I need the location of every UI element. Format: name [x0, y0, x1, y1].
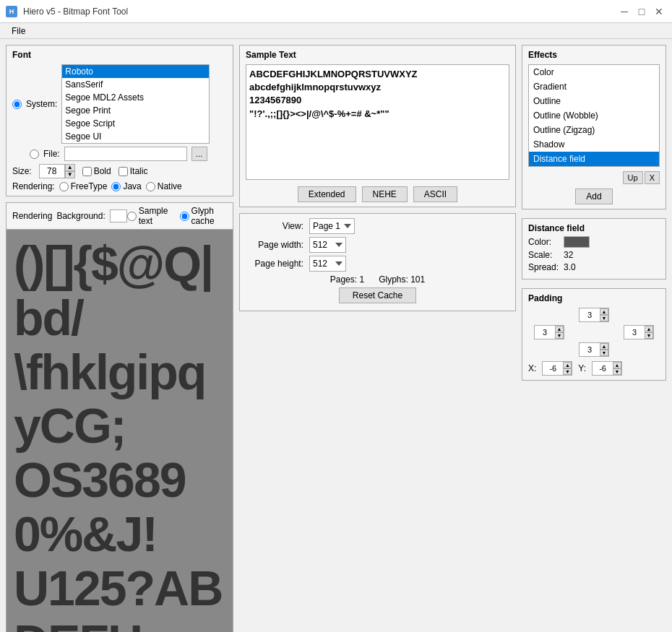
freetype-radio-label[interactable]: FreeType [59, 181, 108, 191]
nehe-button[interactable]: NEHE [362, 186, 408, 202]
effect-item-outline[interactable]: Outline [529, 94, 659, 108]
freetype-radio[interactable] [59, 182, 69, 191]
extended-button[interactable]: Extended [298, 186, 356, 202]
ascii-button[interactable]: ASCII [413, 186, 457, 202]
font-section: Font System: Roboto SansSerif Segoe MDL2… [6, 45, 233, 196]
padding-right-down[interactable]: ▼ [645, 332, 653, 339]
padding-left-up[interactable]: ▲ [555, 326, 564, 332]
font-list-item[interactable]: Segoe Script [62, 117, 209, 130]
page-height-select[interactable]: 512 256 1024 [309, 256, 346, 272]
padding-section: Padding ▲ ▼ ▲ [522, 288, 666, 381]
padding-left-down[interactable]: ▼ [555, 332, 564, 339]
minimize-button[interactable]: ─ [617, 4, 632, 19]
effect-item-gradient[interactable]: Gradient [529, 79, 659, 94]
font-list-item[interactable]: Segoe Print [62, 104, 209, 117]
padding-left-spinner: ▲ ▼ [534, 325, 564, 339]
close-button[interactable]: ✕ [652, 4, 666, 19]
size-down-button[interactable]: ▼ [65, 171, 75, 178]
background-label: Background: [56, 211, 105, 221]
x-input[interactable] [543, 362, 563, 375]
sample-text-radio-label[interactable]: Sample text [127, 206, 173, 226]
page-width-select[interactable]: 512 256 1024 [309, 237, 346, 253]
font-list-item[interactable]: Roboto [62, 65, 209, 78]
effect-item-outline-zigzag[interactable]: Outline (Zigzag) [529, 123, 659, 137]
italic-checkbox[interactable] [119, 167, 128, 176]
x-down[interactable]: ▼ [563, 368, 572, 375]
page-height-label: Page height: [246, 259, 303, 269]
effect-up-button[interactable]: Up [623, 171, 643, 184]
glyph-cache-radio-label[interactable]: Glyph cache [180, 206, 227, 226]
bold-checkbox-label[interactable]: Bold [82, 166, 111, 176]
effect-item-shadow[interactable]: Shadow [529, 137, 659, 152]
sample-text-radio[interactable] [127, 212, 137, 221]
font-list[interactable]: Roboto SansSerif Segoe MDL2 Assets Segoe… [61, 64, 210, 144]
padding-top-down[interactable]: ▼ [600, 315, 608, 321]
italic-checkbox-label[interactable]: Italic [119, 166, 148, 176]
sample-text-area[interactable]: ABCDEFGHIJKLMNOPQRSTUVWXYZ abcdefghijklm… [246, 64, 509, 180]
x-label: X: [528, 363, 536, 373]
file-label[interactable]: File: [43, 149, 60, 159]
browse-button[interactable]: ... [191, 147, 207, 161]
padding-top-up[interactable]: ▲ [600, 308, 608, 315]
native-radio[interactable] [146, 182, 155, 191]
x-up[interactable]: ▲ [563, 362, 572, 368]
padding-right-up[interactable]: ▲ [645, 326, 653, 332]
file-radio[interactable] [30, 150, 39, 159]
size-spinner: 78 ▲ ▼ [39, 164, 75, 178]
font-list-item[interactable]: SansSerif [62, 78, 209, 91]
view-select[interactable]: Page 1 [309, 218, 355, 234]
font-section-title: Font [12, 50, 227, 60]
padding-bottom-down[interactable]: ▼ [600, 350, 608, 356]
y-input[interactable] [593, 362, 613, 375]
sample-text-title: Sample Text [246, 50, 509, 60]
effects-section: Effects Color Gradient Outline Outline (… [522, 45, 666, 209]
effect-remove-button[interactable]: X [645, 171, 660, 184]
padding-bottom-spinner: ▲ ▼ [579, 342, 609, 357]
effects-title: Effects [528, 50, 660, 60]
y-up[interactable]: ▲ [613, 362, 621, 368]
y-down[interactable]: ▼ [613, 368, 621, 375]
scale-value: 32 [564, 250, 573, 260]
middle-panel: Sample Text ABCDEFGHIJKLMNOPQRSTUVWXYZ a… [239, 45, 516, 626]
glyph-cache-radio[interactable] [180, 212, 189, 221]
font-list-item[interactable]: Segoe MDL2 Assets [62, 91, 209, 104]
pages-label: Pages: 1 [330, 274, 364, 285]
rendering-header: Rendering Background: Sample text Glyph … [7, 203, 233, 230]
system-label[interactable]: System: [26, 99, 57, 109]
menu-bar: File [0, 23, 672, 39]
font-list-item[interactable]: Segoe UI [62, 130, 209, 143]
padding-left-input[interactable] [535, 326, 555, 339]
size-input[interactable]: 78 [39, 164, 65, 178]
reset-cache-button[interactable]: Reset Cache [339, 287, 416, 303]
padding-right-input[interactable] [624, 326, 645, 339]
padding-top-input[interactable] [580, 308, 600, 321]
padding-bottom-input[interactable] [580, 343, 600, 356]
padding-bottom-up[interactable]: ▲ [600, 343, 608, 350]
background-color-swatch[interactable] [110, 209, 127, 222]
italic-label: Italic [130, 166, 148, 176]
effects-list: Color Gradient Outline Outline (Wobble) … [528, 64, 660, 167]
size-up-button[interactable]: ▲ [65, 164, 75, 171]
color-prop-label: Color: [528, 237, 561, 247]
java-radio[interactable] [111, 182, 121, 191]
padding-title: Padding [528, 293, 660, 303]
window-controls: ─ □ ✕ [617, 4, 666, 19]
page-width-label: Page width: [246, 240, 303, 250]
native-radio-label[interactable]: Native [146, 181, 182, 191]
add-effect-button[interactable]: Add [575, 189, 612, 204]
effect-item-outline-wobble[interactable]: Outline (Wobble) [529, 108, 659, 123]
color-swatch[interactable] [564, 236, 590, 248]
left-panel: Font System: Roboto SansSerif Segoe MDL2… [6, 45, 233, 626]
java-radio-label[interactable]: Java [111, 181, 141, 191]
window-title: Hiero v5 - Bitmap Font Tool [23, 7, 128, 17]
size-label: Size: [12, 166, 32, 176]
maximize-button[interactable]: □ [634, 4, 649, 19]
effect-item-color[interactable]: Color [529, 65, 659, 79]
scale-prop-label: Scale: [528, 250, 561, 260]
file-input[interactable] [64, 147, 187, 161]
bold-checkbox[interactable] [82, 167, 92, 176]
file-menu[interactable]: File [6, 25, 31, 38]
right-panel: Effects Color Gradient Outline Outline (… [522, 45, 666, 626]
effect-item-distance-field[interactable]: Distance field [529, 152, 659, 166]
system-radio[interactable] [12, 100, 22, 109]
